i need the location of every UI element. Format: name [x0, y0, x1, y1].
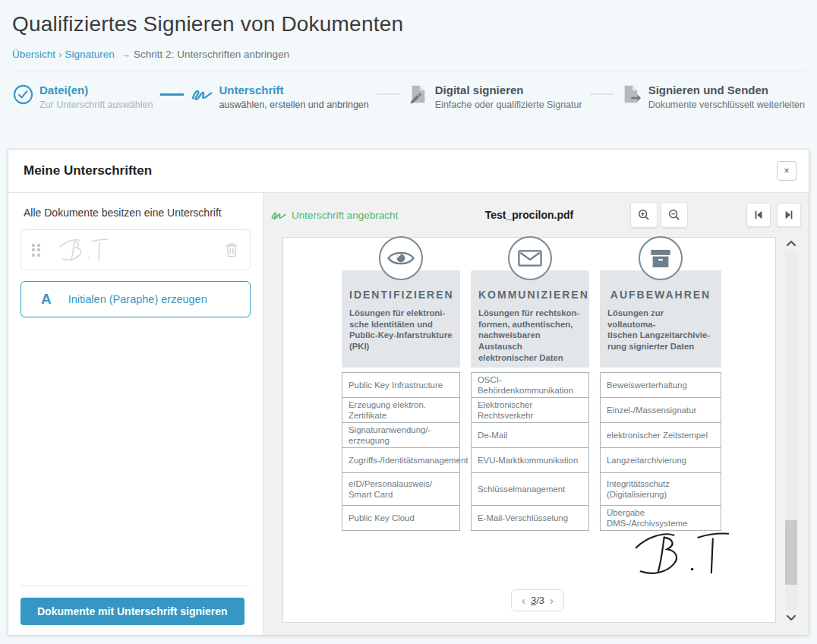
magnifier-minus-icon	[667, 208, 681, 222]
scroll-down-icon[interactable]	[785, 614, 797, 623]
magnifier-plus-icon	[637, 208, 651, 222]
first-document-button[interactable]	[746, 203, 771, 227]
close-icon[interactable]: ×	[777, 161, 796, 181]
panel-header: Meine Unterschriften ×	[8, 150, 809, 193]
wizard-connector	[590, 93, 614, 95]
wizard-step-dateien[interactable]: Datei(en) Zur Unterschrift auswählen	[12, 84, 153, 110]
skip-last-icon	[784, 210, 794, 220]
archive-box-icon	[639, 236, 683, 280]
wizard-step-label: Unterschrift	[219, 84, 368, 97]
document-filename: Test_procilon.pdf	[485, 209, 573, 221]
total-pages: 3	[539, 595, 544, 606]
previous-page-icon[interactable]: ‹	[522, 595, 525, 606]
scrollbar-track[interactable]	[785, 251, 797, 611]
doc-list-item: eID/Personalausweis/ Smart Card	[342, 472, 460, 506]
doc-list-item: Schlüsselmanagement	[471, 472, 589, 506]
trash-icon[interactable]	[224, 242, 239, 258]
signature-status-text: Alle Dokumente besitzen eine Unterschrif…	[24, 207, 251, 219]
check-circle-icon	[12, 84, 33, 105]
doc-list-item: Public Key Infrastructure	[342, 372, 460, 398]
breadcrumb: Übersicht›Signaturen →Schritt 2: Untersc…	[12, 49, 805, 71]
wizard-step-label: Digital signieren	[435, 84, 582, 97]
sidebar-divider	[21, 586, 251, 586]
doc-column-header: AUFBEWAHREN Lösungen zur vollautoma- tis…	[600, 270, 721, 368]
signature-squiggle-icon	[271, 210, 286, 221]
create-initials-button[interactable]: A Initialen (Paraphe) erzeugen	[21, 281, 251, 317]
document-pen-icon	[408, 84, 429, 105]
page-navigator: ‹ 3/3 ›	[511, 589, 564, 611]
document-send-icon	[621, 84, 642, 105]
signature-applied-status: Unterschrift angebracht	[271, 210, 398, 221]
doc-list-item: Einzel-/Massensignatur	[600, 397, 721, 423]
pdf-viewer: Unterschrift angebracht Test_procilon.pd…	[263, 193, 809, 635]
wizard-step-subtitle: Zur Unterschrift auswählen	[39, 99, 153, 110]
doc-list-item: OSCI-Behördenkommunikation	[471, 372, 589, 398]
wizard-step-subtitle: auswählen, erstellen und anbringen	[219, 99, 368, 110]
doc-list-item: elektronischer Zeitstempel	[600, 422, 721, 448]
breadcrumb-current: Schritt 2: Unterschriften anbringen	[134, 49, 289, 60]
zoom-out-button[interactable]	[661, 202, 688, 228]
doc-column-list: Beweiswerterhaltung Einzel-/Massensignat…	[600, 372, 721, 531]
sign-documents-button[interactable]: Dokumente mit Unterschrift signieren	[21, 598, 244, 625]
page-title: Qualifiziertes Signieren von Dokumenten	[12, 12, 805, 36]
signatures-panel: Meine Unterschriften × Alle Dokumente be…	[8, 149, 809, 636]
doc-list-item: Erzeugung elektron. Zertifikate	[342, 397, 460, 423]
create-initials-label: Initialen (Paraphe) erzeugen	[68, 293, 207, 305]
wizard-step-digital-signieren[interactable]: Digital signieren Einfache oder qualifiz…	[408, 84, 582, 110]
doc-column-subtitle: Lösungen für elektroni- sche Identitäten…	[349, 308, 453, 352]
panel-title: Meine Unterschriften	[24, 163, 777, 178]
step-wizard: Datei(en) Zur Unterschrift auswählen Unt…	[0, 71, 817, 121]
letter-a-icon: A	[41, 291, 52, 308]
scroll-up-icon[interactable]	[785, 238, 797, 248]
page-header: Qualifiziertes Signieren von Dokumenten …	[0, 0, 817, 71]
doc-list-item: Beweiswerterhaltung	[600, 372, 721, 398]
viewer-toolbar: Unterschrift angebracht Test_procilon.pd…	[263, 193, 809, 237]
doc-column-header: KOMMUNIZIEREN Lösungen für rechtskon- fo…	[471, 270, 589, 368]
doc-column-list: OSCI-Behördenkommunikation Elektronische…	[471, 372, 589, 531]
doc-list-item: Elektronischer Rechtsverkehr	[471, 397, 589, 423]
drag-handle-icon[interactable]	[32, 244, 40, 257]
wizard-connector	[160, 93, 184, 96]
doc-list-item: Signaturanwendung/-erzeugung	[342, 422, 460, 448]
breadcrumb-separator: ›	[58, 49, 62, 60]
wizard-step-label: Datei(en)	[39, 84, 153, 97]
wizard-step-unterschrift[interactable]: Unterschrift auswählen, erstellen und an…	[191, 84, 368, 110]
doc-list-item: Zugriffs-/Identitätsmanagement	[342, 447, 460, 473]
wizard-step-signieren-senden[interactable]: Signieren und Senden Dokumente verschlüs…	[621, 84, 805, 110]
placed-signature[interactable]	[629, 529, 735, 580]
breadcrumb-arrow: →	[121, 49, 131, 60]
doc-column-subtitle: Lösungen zur vollautoma- tischen Langzei…	[607, 308, 714, 352]
doc-list-item: Übergabe DMS-/Archivsysteme	[600, 505, 721, 531]
doc-list-item: Public Key Cloud	[342, 505, 460, 531]
doc-column-title: AUFBEWAHREN	[607, 289, 714, 301]
skip-first-icon	[753, 210, 764, 220]
next-page-icon[interactable]: ›	[550, 595, 554, 606]
doc-column-header: IDENTIFIZIEREN Lösungen für elektroni- s…	[342, 270, 460, 368]
doc-list-item: Integritätsschutz (Digitalisierung)	[600, 472, 721, 506]
breadcrumb-link-uebersicht[interactable]: Übersicht	[12, 49, 55, 60]
doc-column-title: KOMMUNIZIEREN	[478, 289, 582, 301]
doc-column-title: IDENTIFIZIEREN	[349, 289, 453, 301]
signatures-sidebar: Alle Dokumente besitzen eine Unterschrif…	[8, 193, 263, 635]
envelope-icon	[508, 236, 552, 280]
eye-icon	[379, 236, 423, 280]
zoom-in-button[interactable]	[630, 202, 658, 228]
signature-preview-image	[57, 237, 225, 264]
wizard-connector	[377, 93, 400, 95]
signature-squiggle-icon	[191, 84, 213, 105]
viewer-scrollbar	[783, 238, 800, 623]
wizard-step-label: Signieren und Senden	[648, 84, 805, 97]
status-label: Unterschrift angebracht	[292, 210, 398, 221]
doc-list-item: EVU-Marktkommunikation	[471, 447, 589, 473]
doc-list-item: E-Mail-Verschlüsselung	[471, 505, 589, 531]
wizard-step-subtitle: Dokumente verschlüsselt weiterleiten	[648, 99, 805, 110]
doc-column-list: Public Key Infrastructure Erzeugung elek…	[342, 372, 460, 531]
doc-list-item: De-Mail	[471, 422, 589, 448]
scrollbar-thumb[interactable]	[785, 520, 797, 585]
signature-list-item[interactable]	[21, 229, 251, 270]
last-document-button[interactable]	[777, 203, 801, 227]
pdf-page: IDENTIFIZIEREN Lösungen für elektroni- s…	[282, 237, 776, 623]
breadcrumb-link-signaturen[interactable]: Signaturen	[65, 49, 115, 60]
wizard-step-subtitle: Einfache oder qualifizierte Signatur	[435, 99, 582, 110]
doc-column-subtitle: Lösungen für rechtskon- formen, authenti…	[478, 308, 582, 363]
